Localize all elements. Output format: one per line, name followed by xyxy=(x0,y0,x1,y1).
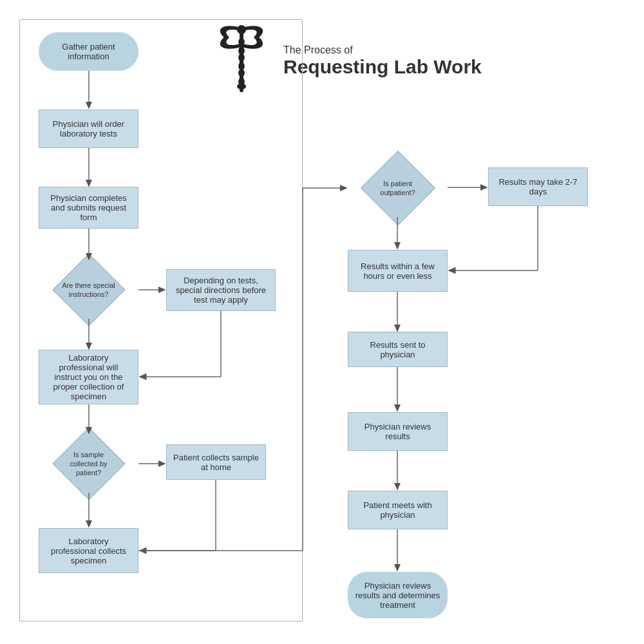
patient-collect-box: Patient collects sample at home xyxy=(166,444,266,480)
submit-box: Physician completes and submits request … xyxy=(39,187,138,229)
lab-collect-box: Laboratory professional collects specime… xyxy=(39,528,138,573)
title-main: Requesting Lab Work xyxy=(283,56,482,78)
special-box: Depending on tests, special directions b… xyxy=(166,269,276,311)
results-days-box: Results may take 2-7 days xyxy=(488,167,588,206)
patient-meets-box: Patient meets with physician xyxy=(348,491,448,529)
determines-box: Physician reviews results and determines… xyxy=(348,572,448,618)
header-area: The Process of Requesting Lab Work xyxy=(213,19,482,103)
lab-instruct-box: Laboratory professional will instruct yo… xyxy=(39,350,138,404)
results-hours-box: Results within a few hours or even less xyxy=(348,250,448,292)
caduceus-icon xyxy=(213,19,270,103)
diamond-outpatient: Is patient outpatient? xyxy=(348,159,448,217)
results-sent-box: Results sent to physician xyxy=(348,332,448,367)
gather-box: Gather patient information xyxy=(39,32,138,71)
order-box: Physician will order laboratory tests xyxy=(39,109,138,148)
physician-reviews-box: Physician reviews results xyxy=(348,412,448,451)
title-subtitle: The Process of xyxy=(283,44,482,56)
title-block: The Process of Requesting Lab Work xyxy=(283,44,482,78)
page: The Process of Requesting Lab Work Gathe… xyxy=(0,0,644,644)
diamond-sample: Is sample collected by patient? xyxy=(39,435,138,493)
diamond-special: Are there special instructions? xyxy=(39,261,138,319)
svg-point-5 xyxy=(237,25,246,34)
